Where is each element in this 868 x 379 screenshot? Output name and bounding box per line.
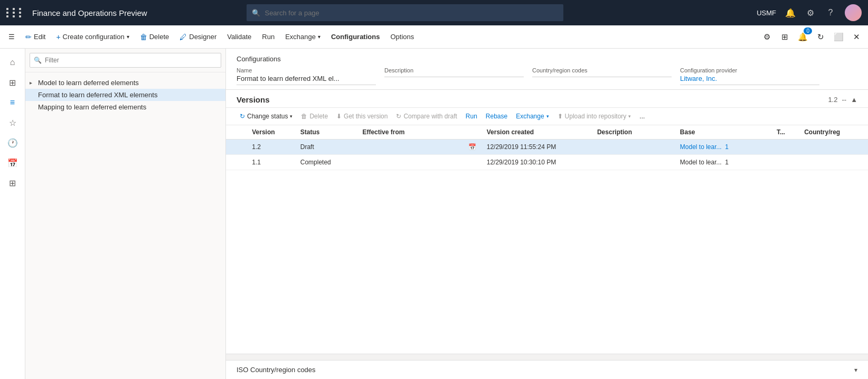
help-icon[interactable]: ? — [825, 7, 836, 19]
tree-root-label: Model to learn deferred elements — [38, 79, 139, 87]
provider-value[interactable]: Litware, Inc. — [680, 75, 819, 85]
maximize-icon[interactable]: ⬜ — [831, 30, 846, 44]
create-configuration-button[interactable]: + Create configuration ▾ — [52, 31, 133, 43]
filter-input[interactable] — [30, 53, 221, 68]
config-name-field: Name Format to learn deferred XML el... — [237, 67, 384, 85]
top-navigation: Finance and Operations Preview 🔍 USMF 🔔 … — [0, 0, 868, 25]
versions-title: Versions — [237, 95, 270, 104]
tree-item[interactable]: Format to learn deferred XML elements — [25, 89, 225, 101]
col-header-version[interactable]: Version — [247, 125, 295, 140]
col-header-country[interactable]: Country/reg — [799, 125, 868, 140]
sidebar-grid-icon[interactable]: ⊞ — [3, 173, 22, 192]
upload-chevron: ▾ — [628, 114, 631, 119]
top-nav-right: USMF 🔔 ⚙ ? — [757, 4, 862, 21]
settings-icon[interactable]: ⚙ — [805, 7, 816, 19]
config-fields: Name Format to learn deferred XML el... … — [237, 67, 857, 85]
app-grid-icon[interactable] — [6, 8, 24, 17]
upload-repo-button[interactable]: ⬆ Upload into repository ▾ — [554, 111, 635, 122]
versions-section: Versions 1.2 -- ▲ ↻ Change status ▾ 🗑 De… — [226, 90, 868, 360]
col-header-created[interactable]: Version created — [482, 125, 592, 140]
row-country — [799, 155, 868, 170]
hamburger-menu-button[interactable]: ☰ — [4, 31, 19, 43]
desc-value — [384, 75, 524, 77]
name-value: Format to learn deferred XML el... — [237, 75, 376, 85]
exchange-button[interactable]: Exchange ▾ — [281, 31, 325, 43]
global-search-bar[interactable]: 🔍 — [247, 4, 563, 21]
sidebar-calendar-icon[interactable]: 📅 — [3, 153, 22, 172]
tree-content: ▸ Model to learn deferred elements Forma… — [25, 72, 225, 379]
col-header-status[interactable]: Status — [295, 125, 357, 140]
user-label: USMF — [757, 9, 776, 17]
configurations-button[interactable]: Configurations — [327, 31, 384, 43]
versions-header: Versions 1.2 -- ▲ — [226, 90, 868, 108]
sidebar-clock-icon[interactable]: 🕐 — [3, 133, 22, 152]
search-icon: 🔍 — [252, 9, 260, 17]
versions-delete-button[interactable]: 🗑 Delete — [298, 111, 331, 122]
col-header-t: T... — [771, 125, 799, 140]
horizontal-scrollbar[interactable] — [226, 354, 868, 360]
delete-button[interactable]: 🗑 Delete — [136, 31, 174, 43]
iso-chevron-icon: ▾ — [854, 366, 857, 374]
edit-button[interactable]: ✏ Edit — [21, 31, 50, 43]
col-header-description[interactable]: Description — [592, 125, 675, 140]
sidebar-filter-icon[interactable]: ⊞ — [3, 73, 22, 92]
notification-icon[interactable]: 🔔 — [785, 7, 796, 19]
refresh-icon[interactable]: ↻ — [813, 30, 828, 44]
versions-exchange-button[interactable]: Exchange ▾ — [513, 111, 552, 122]
close-icon[interactable]: ✕ — [849, 30, 864, 44]
iso-title: ISO Country/region codes — [237, 366, 316, 374]
sidebar-star-icon[interactable]: ☆ — [3, 113, 22, 132]
config-desc-field: Description — [384, 67, 532, 85]
col-header-base[interactable]: Base — [675, 125, 771, 140]
row-created: 12/29/2019 11:55:24 PM — [482, 140, 592, 155]
tree-item-label: Mapping to learn deferred elements — [38, 103, 146, 111]
col-header-effective[interactable]: Effective from — [357, 125, 481, 140]
versions-run-button[interactable]: Run — [463, 111, 480, 122]
config-country-field: Country/region codes — [532, 67, 680, 85]
compare-draft-button[interactable]: ↻ Compare with draft — [393, 111, 460, 122]
run-button[interactable]: Run — [258, 31, 279, 43]
badge-icon[interactable]: 🔔 0 — [795, 30, 810, 44]
sidebar-home-icon[interactable]: ⌂ — [3, 53, 22, 72]
layout-icon[interactable]: ⊞ — [777, 30, 792, 44]
change-status-icon: ↻ — [240, 113, 245, 120]
row-desc — [592, 140, 675, 155]
tree-item[interactable]: Mapping to learn deferred elements — [25, 101, 225, 113]
name-label: Name — [237, 67, 376, 73]
options-button[interactable]: Options — [386, 31, 418, 43]
table-row[interactable]: 1.2 Draft 📅 12/29/2019 11:55:24 PM Model… — [226, 140, 868, 155]
versions-toolbar: ↻ Change status ▾ 🗑 Delete ⬇ Get this ve… — [226, 108, 868, 125]
country-value — [532, 75, 672, 77]
row-status: Draft — [295, 140, 357, 155]
row-t — [771, 155, 799, 170]
command-bar-right: ⚙ ⊞ 🔔 0 ↻ ⬜ ✕ — [759, 30, 864, 44]
row-base: Model to lear... 1 — [675, 140, 771, 155]
filter-wrapper: 🔍 — [30, 53, 221, 68]
iso-section[interactable]: ISO Country/region codes ▾ — [226, 360, 868, 379]
rebase-button[interactable]: Rebase — [483, 111, 511, 122]
search-input[interactable] — [265, 9, 558, 17]
change-status-button[interactable]: ↻ Change status ▾ — [237, 111, 296, 122]
row-version: 1.2 — [247, 140, 295, 155]
upload-icon: ⬆ — [558, 113, 563, 120]
configurations-section-title: Configurations — [237, 55, 857, 63]
version-dash: -- — [842, 96, 846, 104]
col-header-r — [226, 125, 247, 140]
calendar-icon[interactable]: 📅 — [468, 143, 476, 151]
delete-icon: 🗑 — [140, 33, 147, 41]
sidebar-list-icon[interactable]: ≡ — [3, 93, 22, 112]
versions-table-wrap: Version Status Effective from Version cr… — [226, 125, 868, 354]
more-button[interactable]: ... — [636, 111, 648, 122]
get-version-icon: ⬇ — [336, 113, 342, 120]
tree-panel: 🔍 ▸ Model to learn deferred elements For… — [25, 49, 226, 379]
settings2-icon[interactable]: ⚙ — [759, 30, 774, 44]
table-row[interactable]: 1.1 Completed 12/29/2019 10:30:10 PM Mod… — [226, 155, 868, 170]
get-version-button[interactable]: ⬇ Get this version — [333, 111, 391, 122]
plus-icon: + — [56, 33, 60, 41]
tree-collapse-icon: ▸ — [30, 80, 36, 86]
validate-button[interactable]: Validate — [223, 31, 256, 43]
user-avatar[interactable] — [845, 4, 862, 21]
collapse-icon[interactable]: ▲ — [851, 96, 857, 104]
tree-root-item[interactable]: ▸ Model to learn deferred elements — [25, 77, 225, 89]
designer-button[interactable]: 🖊 Designer — [175, 31, 221, 43]
